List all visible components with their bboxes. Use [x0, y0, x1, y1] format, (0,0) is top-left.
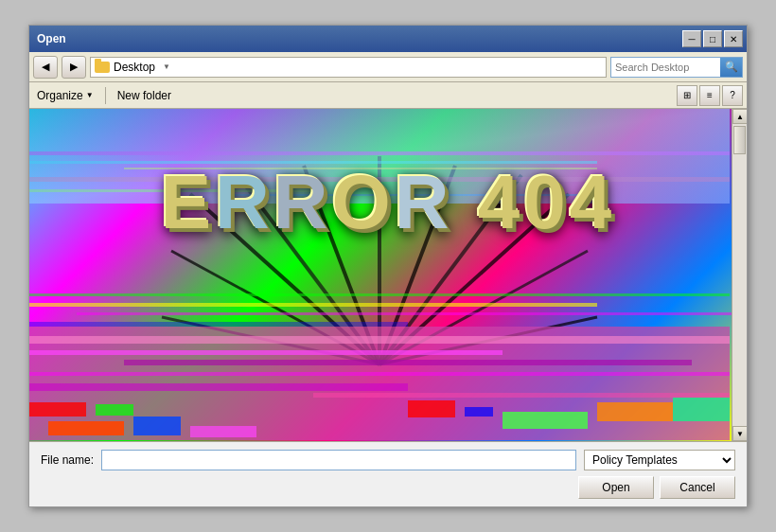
- svg-rect-27: [408, 400, 455, 417]
- view-buttons: ⊞ ≡ ?: [677, 85, 743, 106]
- scroll-track: [732, 124, 747, 426]
- search-go-button[interactable]: 🔍: [720, 58, 742, 77]
- file-open-dialog: Open ─ □ ✕ ◀ ▶ Desktop ▼ 🔍 Organize ▼: [28, 25, 748, 507]
- maximize-button[interactable]: □: [703, 30, 722, 47]
- svg-rect-28: [465, 407, 493, 417]
- title-bar: Open ─ □ ✕: [29, 26, 747, 52]
- window-controls: ─ □ ✕: [682, 30, 743, 47]
- svg-rect-22: [29, 372, 730, 376]
- organize-arrow: ▼: [86, 91, 94, 99]
- search-box: 🔍: [610, 57, 743, 78]
- organize-label: Organize: [37, 89, 83, 102]
- error-e: E: [161, 160, 215, 244]
- location-text: Desktop: [114, 61, 155, 74]
- svg-rect-26: [96, 404, 133, 416]
- svg-rect-19: [29, 336, 730, 344]
- svg-rect-24: [313, 393, 730, 398]
- filename-row: File name: Policy Templates: [41, 450, 735, 470]
- svg-rect-29: [597, 402, 673, 421]
- svg-rect-35: [48, 421, 124, 435]
- grid-view-button[interactable]: ⊞: [677, 85, 697, 106]
- error-space: [453, 160, 478, 244]
- toolbar-separator: [105, 87, 106, 104]
- svg-rect-20: [29, 350, 503, 355]
- svg-rect-34: [29, 322, 408, 327]
- location-arrow: ▼: [163, 62, 170, 71]
- folder-icon: [95, 62, 110, 73]
- scroll-up-button[interactable]: ▲: [732, 109, 747, 124]
- toolbar: Organize ▼ New folder ⊞ ≡ ?: [29, 82, 747, 109]
- svg-rect-33: [77, 312, 739, 315]
- error-r1: R: [215, 160, 273, 244]
- svg-rect-23: [29, 383, 408, 391]
- organize-button[interactable]: Organize ▼: [33, 87, 97, 104]
- svg-rect-36: [133, 417, 181, 435]
- new-folder-label: New folder: [117, 89, 171, 102]
- error-0: 0: [523, 160, 570, 244]
- forward-button[interactable]: ▶: [62, 56, 86, 79]
- error-r3: R: [395, 160, 453, 244]
- svg-rect-30: [673, 398, 730, 421]
- new-folder-button[interactable]: New folder: [114, 87, 175, 104]
- svg-rect-31: [29, 293, 730, 296]
- location-dropdown[interactable]: Desktop ▼: [90, 57, 607, 78]
- error-4b: 4: [570, 160, 616, 244]
- bottom-bar: File name: Policy Templates Open Cancel: [29, 441, 747, 506]
- file-name-label: File name:: [41, 453, 94, 467]
- scroll-thumb[interactable]: [733, 126, 746, 154]
- minimize-button[interactable]: ─: [682, 30, 701, 47]
- glitch-image: ERROR 404: [29, 109, 747, 441]
- open-button[interactable]: Open: [578, 476, 654, 499]
- help-button[interactable]: ?: [722, 85, 743, 106]
- svg-rect-25: [29, 402, 86, 417]
- error-404-text: ERROR 404: [161, 159, 616, 246]
- list-view-button[interactable]: ≡: [699, 85, 720, 106]
- window-title: Open: [37, 32, 66, 45]
- file-name-input[interactable]: [101, 450, 576, 470]
- content-area: ERROR 404 ▲ ▼: [29, 109, 747, 441]
- file-type-select[interactable]: Policy Templates: [584, 450, 735, 470]
- address-bar: ◀ ▶ Desktop ▼ 🔍: [29, 52, 747, 82]
- svg-rect-37: [190, 426, 256, 437]
- search-input[interactable]: [611, 58, 720, 77]
- close-button[interactable]: ✕: [724, 30, 743, 47]
- search-icon: 🔍: [725, 61, 738, 73]
- error-4a: 4: [478, 160, 524, 244]
- cancel-button[interactable]: Cancel: [660, 476, 735, 499]
- svg-rect-38: [503, 412, 588, 429]
- action-row: Open Cancel: [41, 476, 735, 499]
- svg-rect-32: [29, 303, 597, 307]
- error-o: O: [332, 160, 395, 244]
- scroll-down-button[interactable]: ▼: [732, 426, 747, 441]
- back-button[interactable]: ◀: [33, 56, 58, 79]
- error-r2: R: [273, 160, 332, 244]
- vertical-scrollbar: ▲ ▼: [732, 109, 747, 441]
- svg-rect-21: [124, 360, 692, 365]
